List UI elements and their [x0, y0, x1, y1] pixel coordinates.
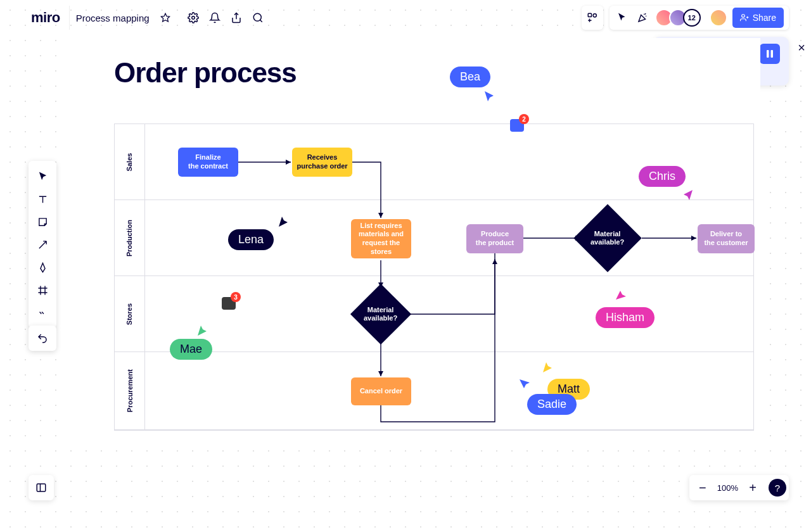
zoom-controls: − 100% + ? — [689, 475, 789, 500]
lane-procurement: Procurement — [115, 352, 753, 430]
diagram-title: Order process — [114, 57, 760, 89]
export-icon[interactable] — [226, 7, 247, 28]
top-bar: miro Process mapping 12 — [22, 5, 789, 30]
comment-badge: 3 — [231, 292, 241, 302]
board-title-text: Process mapping — [76, 13, 150, 23]
cursor-icon — [483, 90, 496, 103]
select-tool[interactable] — [31, 165, 54, 187]
svg-rect-12 — [771, 50, 774, 58]
cursor-icon — [278, 215, 290, 228]
user-pill-bea: Bea — [450, 66, 490, 87]
svg-point-1 — [191, 16, 195, 20]
comment-icon[interactable]: 3 — [222, 297, 236, 310]
svg-rect-11 — [767, 50, 769, 58]
lane-label: Sales — [126, 153, 134, 171]
lane-production: Production — [115, 200, 753, 276]
apps-button[interactable] — [582, 6, 603, 30]
svg-marker-0 — [161, 13, 169, 22]
search-icon[interactable] — [247, 7, 269, 28]
node-receives[interactable]: Receives purchase order — [292, 148, 352, 177]
text-tool[interactable] — [31, 187, 54, 210]
logo[interactable]: miro — [22, 10, 69, 26]
node-list[interactable]: List requires materials and request the … — [351, 219, 411, 258]
cursor-icon — [615, 288, 627, 301]
svg-point-7 — [741, 15, 744, 18]
comment-badge: 2 — [519, 114, 529, 124]
user-pill-hisham: Hisham — [596, 307, 655, 328]
more-tools[interactable] — [31, 301, 54, 324]
toolbox — [29, 161, 56, 328]
board-frame[interactable]: Order process Sales Production Stores Pr… — [70, 38, 760, 437]
comment-icon[interactable]: 2 — [510, 119, 524, 132]
svg-line-4 — [260, 20, 262, 22]
svg-point-3 — [253, 13, 261, 21]
minimap-button[interactable] — [29, 475, 54, 500]
current-user-avatar[interactable] — [710, 9, 727, 27]
user-pill-lena: Lena — [228, 229, 274, 250]
cursor-icon — [196, 324, 209, 337]
celebrate-icon[interactable] — [635, 7, 650, 28]
arrow-tool[interactable] — [31, 233, 54, 256]
user-pill-mae: Mae — [170, 339, 212, 360]
help-button[interactable]: ? — [769, 479, 786, 497]
bell-icon[interactable] — [204, 7, 226, 28]
close-icon[interactable]: × — [798, 41, 805, 55]
node-produce[interactable]: Produce the product — [466, 224, 523, 253]
node-deliver[interactable]: Deliver to the customer — [698, 224, 755, 253]
avatar-overflow[interactable]: 12 — [683, 9, 701, 27]
cursor-tool-icon[interactable] — [615, 7, 630, 28]
zoom-level[interactable]: 100% — [715, 483, 741, 493]
user-pill-sadie: Sadie — [527, 394, 577, 415]
sticky-tool[interactable] — [31, 210, 54, 233]
zoom-out-button[interactable]: − — [692, 477, 713, 498]
share-button[interactable]: Share — [732, 8, 784, 28]
settings-icon[interactable] — [182, 7, 204, 28]
user-pill-chris: Chris — [639, 166, 686, 187]
presentation-controls: 12 Share — [610, 6, 789, 30]
lane-label: Stores — [126, 303, 134, 324]
node-finalize[interactable]: Finalize the contract — [178, 148, 238, 177]
cursor-icon — [542, 361, 554, 374]
star-icon[interactable] — [155, 7, 176, 28]
share-label: Share — [753, 13, 776, 23]
zoom-in-button[interactable]: + — [742, 477, 763, 498]
svg-rect-13 — [37, 484, 46, 491]
svg-point-6 — [593, 14, 596, 17]
frame-tool[interactable] — [31, 279, 54, 301]
node-cancel[interactable]: Cancel order — [351, 377, 411, 405]
board-title[interactable]: Process mapping — [69, 6, 182, 30]
collaborator-avatars[interactable]: 12 — [655, 9, 701, 27]
undo-button[interactable] — [29, 326, 56, 351]
pen-tool[interactable] — [31, 256, 54, 279]
timer-pause-button[interactable] — [760, 44, 780, 64]
lane-label: Production — [126, 219, 134, 256]
svg-rect-5 — [588, 13, 591, 16]
lane-label: Procurement — [126, 369, 134, 412]
lane-stores: Stores — [115, 276, 753, 352]
top-bar-right: 12 Share — [582, 6, 789, 30]
cursor-icon — [681, 189, 694, 201]
cursor-icon — [518, 378, 531, 391]
